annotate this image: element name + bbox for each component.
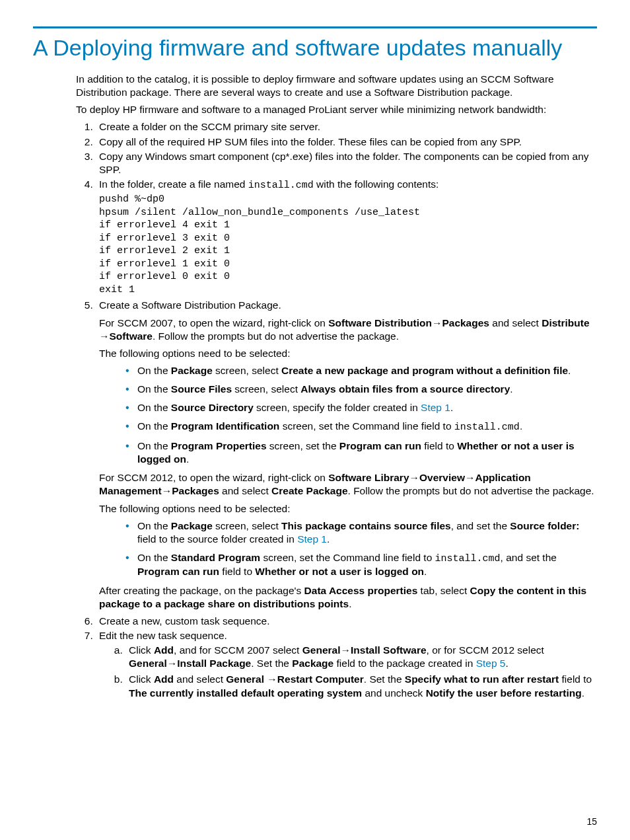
t: Program can run [137,566,219,577]
t: Install Software [351,644,427,656]
intro-paragraph-1: In addition to the catalog, it is possib… [76,73,597,99]
step-1-link[interactable]: Step 1 [297,533,327,545]
t: , or for SCCM 2012 select [427,644,544,656]
t: Click [129,673,154,685]
top-rule [33,26,597,28]
list-item: On the Program Properties screen, set th… [125,439,597,466]
t: . [424,566,427,577]
sccm-2012-options: On the Package screen, select This packa… [99,519,597,579]
t: . [568,365,571,376]
list-item: On the Standard Program screen, set the … [125,551,597,579]
step-4-text-b: with the following contents: [314,178,439,190]
t: . Follow the prompts but do not advertis… [348,485,594,496]
t: install.cmd [454,422,520,433]
t: Distribute [542,317,589,328]
t: Software [110,330,153,342]
t: screen, select [213,520,281,531]
t: . Follow the prompts but do not advertis… [153,330,399,342]
step-1-link[interactable]: Step 1 [421,402,450,413]
t: Program Properties [171,440,267,451]
t: . [349,598,351,609]
step-7: Edit the new task sequence. Click Add, a… [96,629,597,700]
t: General [226,673,267,685]
t: Source folder: [510,520,579,531]
step-5-link[interactable]: Step 5 [476,658,506,669]
after-creating: After creating the package, on the packa… [99,584,597,611]
t: field to [219,566,255,577]
t: Specify what to run after restart [405,673,559,685]
t: field to [421,440,457,451]
t: On the [137,420,171,432]
t: Whether or not a user is logged on [255,566,424,577]
list-item: On the Program Identification screen, se… [125,420,597,434]
t: . [520,420,522,432]
t: Install Package [177,658,251,669]
step-6: Create a new, custom task sequence. [96,615,597,628]
t: On the [137,440,171,451]
t: tab, select [417,585,470,596]
step-3: Copy any Windows smart component (cp*.ex… [96,150,597,176]
t: Program Identification [171,420,280,432]
t: and select [219,485,271,496]
t: This package contains source files [281,520,451,531]
t: screen, specify the folder created in [254,402,421,413]
t: screen, set the [267,440,339,451]
t: Packages [172,485,219,496]
step-7-substeps: Click Add, and for SCCM 2007 select Gene… [99,644,597,700]
page-number: 15 [586,816,597,827]
t: General [302,644,341,656]
list-item: On the Source Files screen, select Alway… [125,383,597,396]
step-5-head: Create a Software Distribution Package. [99,299,281,311]
step-4: In the folder, create a file named insta… [96,178,597,297]
t: field to the package created in [333,658,475,669]
sccm-2007-options: On the Package screen, select Create a n… [99,364,597,466]
t: , and for SCCM 2007 select [174,644,302,656]
arrow-icon: → [340,644,351,656]
arrow-icon: → [167,658,178,669]
t: . [510,383,512,395]
intro-paragraph-2: To deploy HP firmware and software to a … [76,103,597,116]
t: Data Access properties [304,585,418,596]
options-lead: The following options need to be selecte… [99,347,597,360]
t: Packages [442,317,489,328]
t: Standard Program [171,552,260,563]
t: . Set the [364,673,405,685]
arrow-icon: → [432,317,442,328]
t: field to the source folder created in [137,533,297,545]
t: . [450,402,453,413]
t: , and set the [451,520,510,531]
list-item: On the Source Directory screen, specify … [125,401,597,414]
step-7-text: Edit the new task sequence. [99,630,227,641]
sccm-2012-intro: For SCCM 2012, to open the wizard, right… [99,471,597,498]
t: Create a new package and program without… [281,365,568,376]
t: Package [171,365,213,376]
arrow-icon: → [99,330,110,342]
ordered-steps: Create a folder on the SCCM primary site… [76,120,597,699]
t: Always obtain files from a source direct… [300,383,510,395]
list-item: On the Package screen, select This packa… [125,519,597,546]
page-title: A Deploying firmware and software update… [33,35,597,61]
t: , and set the [501,552,557,563]
step-1: Create a folder on the SCCM primary site… [96,120,597,134]
arrow-icon: → [465,472,475,483]
t: screen, select [232,383,300,395]
t: Restart Computer [277,673,364,685]
t: screen, set the Command line field to [260,552,435,563]
arrow-icon: → [267,673,277,685]
step-5: Create a Software Distribution Package. … [96,299,597,610]
t: On the [137,383,171,395]
t: Add [154,673,174,685]
arrow-icon: → [162,485,172,496]
t: screen, select [213,365,281,376]
install-cmd-filename: install.cmd [248,180,314,191]
t: Package [171,520,213,531]
step-5-body: For SCCM 2007, to open the wizard, right… [99,317,597,611]
t: Software Distribution [328,317,432,328]
t: and uncheck [362,687,426,699]
t: . [582,687,584,699]
t: For SCCM 2012, to open the wizard, right… [99,472,328,483]
t: General [129,658,167,669]
t: screen, set the Command line field to [279,420,454,432]
t: Click [129,644,154,656]
t: The currently installed default operatin… [129,687,362,699]
